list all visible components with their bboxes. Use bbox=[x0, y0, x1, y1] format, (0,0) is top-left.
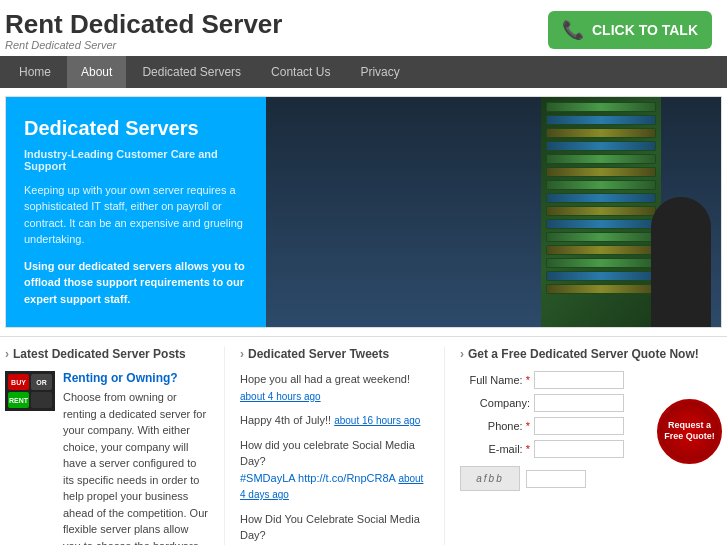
hero-section: Dedicated Servers Industry-Leading Custo… bbox=[5, 96, 722, 329]
server-rack-graphic bbox=[541, 97, 661, 328]
hero-image bbox=[266, 97, 721, 328]
tweet-text: Happy 4th of July!! bbox=[240, 414, 334, 426]
tweet-text: Hope you all had a great weekend! bbox=[240, 373, 410, 385]
rack-unit bbox=[546, 167, 656, 177]
posts-section-title: Latest Dedicated Server Posts bbox=[5, 347, 209, 361]
label-company: Company: bbox=[460, 397, 530, 409]
quote-inner: Full Name: * Company: Phone: * E-mail: *… bbox=[460, 371, 722, 491]
tweets-column: Dedicated Server Tweets Hope you all had… bbox=[225, 347, 445, 545]
main-content: Latest Dedicated Server Posts BUY OR REN… bbox=[0, 336, 727, 545]
form-row-email: E-mail: * bbox=[460, 440, 649, 458]
main-nav: Home About Dedicated Servers Contact Us … bbox=[0, 56, 727, 88]
post-item: BUY OR RENT Renting or Owning? Choose fr… bbox=[5, 371, 209, 545]
key-blank bbox=[31, 392, 52, 408]
input-name[interactable] bbox=[534, 371, 624, 389]
tweet-text: How Did You Celebrate Social Media Day? bbox=[240, 513, 420, 542]
rack-unit bbox=[546, 128, 656, 138]
rack-unit bbox=[546, 115, 656, 125]
nav-privacy[interactable]: Privacy bbox=[346, 56, 413, 88]
tweets-section-title: Dedicated Server Tweets bbox=[240, 347, 429, 361]
click-to-talk-button[interactable]: 📞 CLICK TO TALK bbox=[548, 11, 712, 49]
site-branding: Rent Dedicated Server Rent Dedicated Ser… bbox=[5, 10, 282, 51]
cta-label: CLICK TO TALK bbox=[592, 22, 698, 38]
page-header: Rent Dedicated Server Rent Dedicated Ser… bbox=[0, 0, 727, 56]
input-phone[interactable] bbox=[534, 417, 624, 435]
label-phone: Phone: * bbox=[460, 420, 530, 432]
label-email: E-mail: * bbox=[460, 443, 530, 455]
post-text: Renting or Owning? Choose from owning or… bbox=[63, 371, 209, 545]
tweet-time-link[interactable]: about 4 hours ago bbox=[240, 391, 321, 402]
input-company[interactable] bbox=[534, 394, 624, 412]
required-marker: * bbox=[526, 420, 530, 432]
quote-section-title: Get a Free Dedicated Server Quote Now! bbox=[460, 347, 722, 361]
key-or: OR bbox=[31, 374, 52, 390]
hero-title: Dedicated Servers bbox=[24, 117, 248, 140]
tweet-item: How Did You Celebrate Social Media Day? … bbox=[240, 511, 429, 545]
rack-unit bbox=[546, 232, 656, 242]
rack-unit bbox=[546, 206, 656, 216]
site-subtitle: Rent Dedicated Server bbox=[5, 39, 282, 51]
tweet-item: Happy 4th of July!! about 16 hours ago bbox=[240, 412, 429, 429]
rack-unit bbox=[546, 284, 656, 294]
tweet-item: Hope you all had a great weekend! about … bbox=[240, 371, 429, 404]
rack-unit bbox=[546, 258, 656, 268]
nav-dedicated-servers[interactable]: Dedicated Servers bbox=[128, 56, 255, 88]
nav-about[interactable]: About bbox=[67, 56, 126, 88]
rack-unit bbox=[546, 219, 656, 229]
captcha-area: afbb bbox=[460, 466, 649, 491]
post-body: Choose from owning or renting a dedicate… bbox=[63, 389, 209, 545]
key-rent: RENT bbox=[8, 392, 29, 408]
quote-form: Full Name: * Company: Phone: * E-mail: *… bbox=[460, 371, 649, 491]
form-row-phone: Phone: * bbox=[460, 417, 649, 435]
required-marker: * bbox=[526, 374, 530, 386]
posts-column: Latest Dedicated Server Posts BUY OR REN… bbox=[5, 347, 225, 545]
rack-unit bbox=[546, 271, 656, 281]
hero-body2: Using our dedicated servers allows you t… bbox=[24, 258, 248, 308]
rack-unit bbox=[546, 102, 656, 112]
rack-unit bbox=[546, 245, 656, 255]
captcha-input[interactable] bbox=[526, 470, 586, 488]
person-graphic bbox=[651, 197, 711, 327]
rack-unit bbox=[546, 193, 656, 203]
phone-icon: 📞 bbox=[562, 19, 584, 41]
rack-unit bbox=[546, 141, 656, 151]
form-row-name: Full Name: * bbox=[460, 371, 649, 389]
tweet-link[interactable]: #SMDayLA http://t.co/RnpCR8A bbox=[240, 472, 395, 484]
post-title[interactable]: Renting or Owning? bbox=[63, 371, 209, 385]
site-title: Rent Dedicated Server bbox=[5, 10, 282, 39]
tweet-text: How did you celebrate Social Media Day? bbox=[240, 439, 415, 468]
nav-contact[interactable]: Contact Us bbox=[257, 56, 344, 88]
post-thumbnail: BUY OR RENT bbox=[5, 371, 55, 411]
quote-column: Get a Free Dedicated Server Quote Now! F… bbox=[445, 347, 722, 545]
form-row-company: Company: bbox=[460, 394, 649, 412]
hero-body1: Keeping up with your own server requires… bbox=[24, 182, 248, 248]
hero-text-panel: Dedicated Servers Industry-Leading Custo… bbox=[6, 97, 266, 328]
rack-unit bbox=[546, 180, 656, 190]
rack-unit bbox=[546, 154, 656, 164]
hero-subtitle: Industry-Leading Customer Care and Suppo… bbox=[24, 148, 248, 172]
input-email[interactable] bbox=[534, 440, 624, 458]
label-name: Full Name: * bbox=[460, 374, 530, 386]
key-buy: BUY bbox=[8, 374, 29, 390]
tweet-time-link[interactable]: about 16 hours ago bbox=[334, 415, 420, 426]
request-quote-button[interactable]: Request a Free Quote! bbox=[657, 399, 722, 464]
captcha-image: afbb bbox=[460, 466, 520, 491]
tweet-item: How did you celebrate Social Media Day? … bbox=[240, 437, 429, 503]
nav-home[interactable]: Home bbox=[5, 56, 65, 88]
required-marker: * bbox=[526, 443, 530, 455]
